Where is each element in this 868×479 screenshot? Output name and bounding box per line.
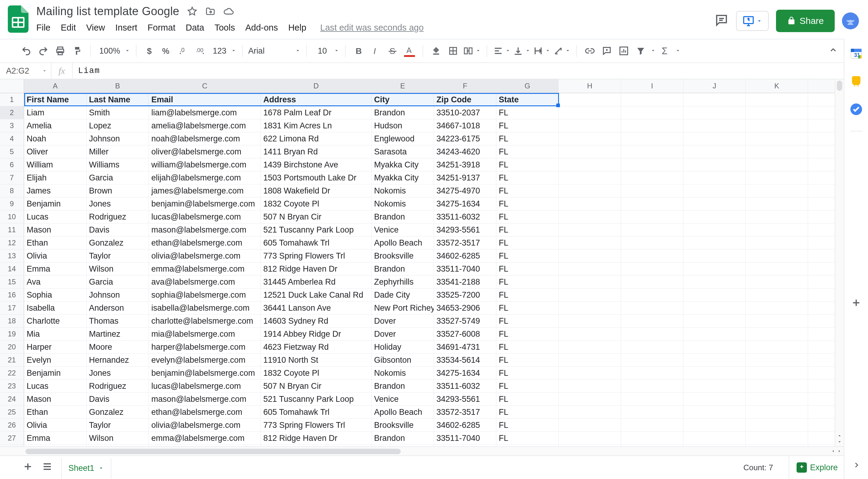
cell[interactable] <box>746 432 808 445</box>
cell[interactable]: Nokomis <box>372 184 434 198</box>
row-header[interactable]: 8 <box>0 184 24 198</box>
cell[interactable] <box>621 341 683 354</box>
cell[interactable] <box>559 302 621 315</box>
column-header[interactable]: I <box>621 79 683 93</box>
sheets-logo[interactable] <box>0 5 36 33</box>
scroll-down-icon[interactable] <box>837 439 842 445</box>
column-header[interactable]: H <box>559 79 621 93</box>
cell[interactable] <box>746 223 808 237</box>
comments-icon[interactable] <box>714 13 729 29</box>
bold-button[interactable]: B <box>351 43 366 58</box>
cell[interactable]: Apollo Beach <box>372 237 434 249</box>
cell[interactable]: FL <box>496 132 559 145</box>
cell[interactable]: 605 Tomahawk Trl <box>261 406 372 419</box>
cell[interactable]: 31445 Amberlea Rd <box>261 275 372 289</box>
collapse-toolbar-button[interactable] <box>829 46 838 57</box>
cell[interactable]: Isabella <box>24 302 87 315</box>
cell[interactable]: isabella@labelsmerge.com <box>149 302 261 315</box>
cell[interactable] <box>559 119 621 132</box>
cell[interactable]: 773 Spring Flowers Trl <box>261 249 372 263</box>
cell[interactable]: 1411 Bryan Rd <box>261 145 372 158</box>
cell[interactable] <box>559 341 621 354</box>
cell[interactable]: olivia@labelsmerge.com <box>149 419 261 432</box>
cell[interactable]: Smith <box>87 106 149 119</box>
cell[interactable]: Dade City <box>372 289 434 302</box>
tasks-addon-icon[interactable] <box>850 103 863 116</box>
cell[interactable]: 33510-2037 <box>434 106 496 119</box>
cell[interactable] <box>683 406 746 419</box>
keep-addon-icon[interactable] <box>850 75 863 88</box>
row-header[interactable]: 28 <box>0 445 24 446</box>
cell[interactable]: Last Name <box>87 93 149 106</box>
row-header[interactable]: 27 <box>0 432 24 445</box>
row-header[interactable]: 4 <box>0 132 24 145</box>
cell[interactable] <box>746 419 808 432</box>
cell[interactable]: Gonzalez <box>87 406 149 419</box>
cell[interactable] <box>808 223 835 237</box>
cell[interactable]: 34223-6175 <box>434 132 496 145</box>
cell[interactable] <box>746 249 808 263</box>
cell[interactable] <box>621 132 683 145</box>
cell[interactable] <box>746 354 808 367</box>
row-header[interactable]: 23 <box>0 380 24 393</box>
cell[interactable]: harper@labelsmerge.com <box>149 341 261 354</box>
cell[interactable]: noah@labelsmerge.com <box>149 132 261 145</box>
cell[interactable] <box>746 106 808 119</box>
cell[interactable]: FL <box>496 237 559 249</box>
insert-comment-button[interactable] <box>599 43 614 58</box>
cell[interactable]: 33534-5614 <box>434 354 496 367</box>
row-header[interactable]: 13 <box>0 249 24 263</box>
cell[interactable]: FL <box>496 249 559 263</box>
cell[interactable] <box>683 354 746 367</box>
cell[interactable] <box>621 158 683 171</box>
cell[interactable]: FL <box>496 380 559 393</box>
cell[interactable] <box>621 406 683 419</box>
row-header[interactable]: 2 <box>0 106 24 119</box>
vertical-scrollbar[interactable] <box>835 79 844 446</box>
cell[interactable]: Davis <box>87 393 149 406</box>
cell[interactable]: Evelyn <box>24 354 87 367</box>
cell[interactable]: FL <box>496 184 559 198</box>
column-header[interactable]: C <box>149 79 261 93</box>
cell[interactable]: FL <box>496 106 559 119</box>
cell[interactable]: Email <box>149 93 261 106</box>
cell[interactable]: FL <box>496 445 559 446</box>
cell[interactable] <box>683 119 746 132</box>
cell[interactable]: 34602-6285 <box>434 249 496 263</box>
cell[interactable] <box>621 106 683 119</box>
cell[interactable] <box>808 393 835 406</box>
cell[interactable]: Johnson <box>87 132 149 145</box>
cell[interactable]: Lucas <box>24 210 87 223</box>
redo-button[interactable] <box>36 43 51 58</box>
cell[interactable] <box>621 171 683 184</box>
cell[interactable] <box>621 393 683 406</box>
cell[interactable]: Sarasota <box>372 145 434 158</box>
cell[interactable]: Gibsonton <box>372 354 434 367</box>
cell[interactable]: Ethan <box>24 406 87 419</box>
cloud-status-icon[interactable] <box>223 6 234 17</box>
cell[interactable] <box>808 132 835 145</box>
cell[interactable] <box>683 419 746 432</box>
cell[interactable]: 34275-1634 <box>434 198 496 210</box>
star-icon[interactable] <box>187 6 197 17</box>
cell[interactable]: Noah <box>24 132 87 145</box>
row-header[interactable]: 1 <box>0 93 24 106</box>
cell[interactable] <box>683 289 746 302</box>
cell[interactable]: Brooksville <box>372 249 434 263</box>
cell[interactable]: 14603 Sydney Rd <box>261 315 372 328</box>
cell[interactable]: FL <box>496 289 559 302</box>
cell[interactable] <box>559 198 621 210</box>
cell[interactable]: Jones <box>87 198 149 210</box>
cell[interactable]: 1914 Abbey Ridge Dr <box>261 328 372 341</box>
cell[interactable]: Emma <box>24 432 87 445</box>
cell[interactable] <box>808 341 835 354</box>
cell[interactable] <box>808 106 835 119</box>
cell[interactable] <box>683 328 746 341</box>
cell[interactable]: Lopez <box>87 119 149 132</box>
cell[interactable]: 507 N Bryan Cir <box>261 380 372 393</box>
cell[interactable] <box>746 275 808 289</box>
cell[interactable] <box>683 302 746 315</box>
cell[interactable]: amelia@labelsmerge.com <box>149 119 261 132</box>
cell[interactable] <box>621 432 683 445</box>
cell[interactable] <box>808 419 835 432</box>
